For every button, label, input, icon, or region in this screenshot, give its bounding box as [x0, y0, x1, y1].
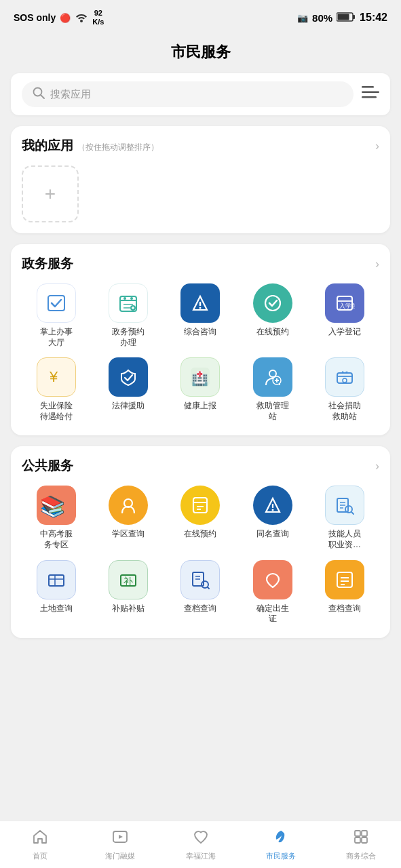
- public-services-arrow[interactable]: ›: [375, 459, 379, 473]
- gov-services-row1: 掌上办事大厅 政务预约办理 综合咨询 在线预约 入学登记: [22, 283, 379, 348]
- grid-icon: [353, 829, 369, 849]
- public-services-header: 公共服务 ›: [22, 457, 379, 475]
- app-label: 在线预约: [184, 529, 216, 540]
- app-label: 查档查询: [184, 604, 216, 614]
- bottom-nav: 首页 海门融媒 幸福江海 市民服务 商务综合: [0, 821, 401, 868]
- nav-item-happy[interactable]: 幸福江海: [160, 821, 240, 868]
- app-label: 中高考服务专区: [40, 529, 73, 550]
- nav-item-business[interactable]: 商务综合: [321, 821, 401, 868]
- nav-label-home: 首页: [33, 851, 47, 861]
- list-item[interactable]: 🏥 健康上报: [166, 357, 235, 422]
- my-apps-card: 我的应用 （按住拖动调整排序） › +: [11, 126, 390, 233]
- list-item[interactable]: 确定出生证: [238, 560, 307, 625]
- svg-text:¥: ¥: [49, 368, 58, 385]
- app-icon-gaokao: 📚: [37, 486, 76, 525]
- status-bar: SOS only 🔴 92K/s 📷 80% 15:42: [0, 0, 401, 35]
- list-item[interactable]: ¥ 失业保险待遇给付: [22, 357, 91, 422]
- nav-item-media[interactable]: 海门融媒: [80, 821, 160, 868]
- heart-icon: [193, 829, 209, 849]
- add-icon: +: [45, 183, 56, 205]
- list-item[interactable]: 掌上办事大厅: [22, 283, 91, 348]
- nav-item-citizen[interactable]: 市民服务: [241, 821, 321, 868]
- nav-label-media: 海门融媒: [105, 851, 135, 861]
- app-label: 技能人员职业资…: [328, 529, 361, 550]
- app-label: 掌上办事大厅: [40, 327, 73, 348]
- list-item[interactable]: 📚 中高考服务专区: [22, 486, 91, 550]
- svg-rect-53: [49, 575, 64, 586]
- svg-rect-5: [362, 86, 374, 88]
- app-icon-chadang2: [325, 560, 364, 599]
- app-label: 社会捐助救助站: [328, 401, 361, 422]
- list-item[interactable]: 技能人员职业资…: [310, 486, 379, 550]
- app-icon-jiankang: 🏥: [180, 357, 220, 397]
- svg-point-11: [123, 297, 126, 300]
- app-label: 学区查询: [112, 529, 145, 540]
- list-item[interactable]: 政务预约办理: [94, 283, 163, 348]
- app-icon-shiye: ¥: [37, 357, 76, 397]
- signal-icon: 🔴: [60, 13, 71, 23]
- list-icon[interactable]: [362, 85, 379, 103]
- svg-rect-40: [193, 498, 207, 513]
- svg-line-49: [351, 512, 354, 514]
- public-row1: 📚 中高考服务专区 学区查询 在线预约 同名查询: [22, 486, 379, 550]
- app-label: 确定出生证: [256, 604, 289, 625]
- search-icon: [33, 87, 45, 102]
- app-label: 入学登记: [328, 327, 361, 338]
- app-icon-ruxue: 入学登记: [325, 283, 364, 323]
- app-icon-falv: [109, 357, 148, 397]
- my-apps-title: 我的应用: [22, 137, 73, 155]
- add-app-button[interactable]: +: [22, 165, 79, 222]
- svg-rect-1: [353, 15, 355, 19]
- list-item[interactable]: 补 补贴补贴: [94, 560, 163, 625]
- list-item[interactable]: 在线预约: [166, 486, 235, 550]
- status-left: SOS only 🔴 92K/s: [14, 9, 104, 26]
- app-label: 在线预约: [256, 327, 289, 338]
- svg-rect-72: [362, 837, 367, 843]
- list-item[interactable]: 在线预约: [238, 283, 307, 348]
- gov-services-header: 政务服务 ›: [22, 255, 379, 273]
- leaf-icon: [273, 829, 289, 849]
- search-bar[interactable]: 搜索应用: [11, 73, 390, 115]
- app-label: 失业保险待遇给付: [40, 401, 73, 422]
- my-apps-arrow[interactable]: ›: [375, 139, 379, 153]
- my-apps-grid: +: [22, 165, 379, 222]
- svg-point-28: [269, 370, 276, 377]
- list-item[interactable]: 入学登记 入学登记: [310, 283, 379, 348]
- app-label: 政务预约办理: [112, 327, 145, 348]
- list-item[interactable]: 土地查询: [22, 560, 91, 625]
- list-item[interactable]: 社会捐助救助站: [310, 357, 379, 422]
- nav-label-citizen: 市民服务: [266, 851, 296, 861]
- svg-line-60: [208, 587, 209, 589]
- search-input-wrap[interactable]: 搜索应用: [22, 81, 354, 107]
- gov-services-row2: ¥ 失业保险待遇给付 法律援助 🏥 健康上报 救助管理站: [22, 357, 379, 422]
- list-item[interactable]: 救助管理站: [238, 357, 307, 422]
- svg-line-4: [41, 95, 44, 98]
- svg-rect-69: [355, 831, 360, 836]
- app-icon-jiuzhu: [253, 357, 292, 397]
- app-icon-chusheng: [253, 560, 292, 599]
- list-item[interactable]: 法律援助: [94, 357, 163, 422]
- time-text: 15:42: [360, 12, 387, 24]
- home-icon: [32, 829, 48, 849]
- app-icon-zaixian: [253, 283, 292, 323]
- list-item[interactable]: 同名查询: [238, 486, 307, 550]
- nav-item-home[interactable]: 首页: [0, 821, 80, 868]
- svg-rect-7: [362, 96, 377, 98]
- gov-services-card: 政务服务 › 掌上办事大厅 政务预约办理 综合咨询: [11, 244, 390, 435]
- public-row2: 土地查询 补 补贴补贴 查档查询 确定出生证 查档: [22, 560, 379, 625]
- page-title: 市民服务: [171, 43, 231, 60]
- gov-services-arrow[interactable]: ›: [375, 257, 379, 271]
- camera-icon: 📷: [297, 13, 308, 23]
- app-label: 补贴补贴: [112, 604, 145, 614]
- app-label: 救助管理站: [256, 401, 289, 422]
- page-header: 市民服务: [0, 35, 401, 73]
- list-item[interactable]: 学区查询: [94, 486, 163, 550]
- app-icon-chadang: [180, 560, 220, 599]
- list-item[interactable]: 综合咨询: [166, 283, 235, 348]
- play-icon: [112, 829, 128, 849]
- svg-rect-71: [355, 837, 360, 843]
- list-item[interactable]: 查档查询: [310, 560, 379, 625]
- my-apps-subtitle: （按住拖动调整排序）: [77, 142, 159, 153]
- list-item[interactable]: 查档查询: [166, 560, 235, 625]
- app-label: 同名查询: [256, 529, 289, 540]
